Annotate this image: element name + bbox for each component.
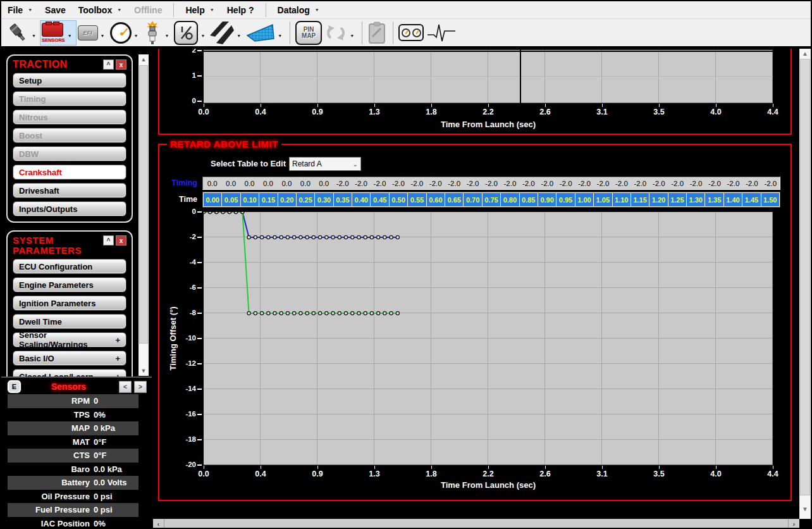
time-cell[interactable]: 1.25 — [668, 193, 686, 206]
dropdown-arrow-icon[interactable]: ▼ — [200, 34, 205, 38]
timing-cell[interactable]: -2.0 — [631, 177, 649, 189]
time-cell[interactable]: 0.00 — [204, 193, 221, 206]
time-cell[interactable]: 0.85 — [520, 193, 538, 206]
timing-cell[interactable]: -2.0 — [519, 177, 538, 189]
dropdown-arrow-icon[interactable]: ▼ — [32, 34, 36, 38]
sidebar-item-ignition-parameters[interactable]: Ignition Parameters — [13, 296, 126, 311]
time-cell[interactable]: 1.35 — [705, 193, 723, 206]
scroll-down-icon[interactable]: ▼ — [799, 506, 811, 513]
timing-values-row[interactable]: 0.00.00.00.00.00.00.0-2.0-2.0-2.0-2.0-2.… — [202, 177, 780, 190]
timing-cell[interactable]: 0.0 — [315, 177, 333, 189]
data-point[interactable] — [273, 311, 276, 314]
timing-cell[interactable]: -2.0 — [594, 177, 612, 189]
dropdown-arrow-icon[interactable]: ▼ — [68, 34, 72, 38]
horizontal-scrollbar[interactable]: ‹ › — [153, 519, 799, 529]
time-cell[interactable]: 0.40 — [352, 193, 370, 206]
timing-cell[interactable]: -2.0 — [761, 177, 780, 189]
timing-cell[interactable]: 0.0 — [203, 177, 221, 189]
timing-cell[interactable]: -2.0 — [612, 177, 631, 189]
data-point[interactable] — [299, 311, 302, 314]
sensors-next-button[interactable]: > — [134, 381, 147, 393]
data-point[interactable] — [267, 311, 270, 314]
sidebar-item-driveshaft[interactable]: Driveshaft — [13, 183, 126, 198]
scroll-up-icon[interactable]: ▲ — [138, 54, 149, 65]
timing-cell[interactable]: -2.0 — [705, 177, 723, 189]
scroll-left-icon[interactable]: ‹ — [153, 519, 164, 529]
timing-cell[interactable]: -2.0 — [538, 177, 557, 189]
scrollbar-thumb[interactable] — [164, 519, 789, 529]
data-point[interactable] — [396, 311, 399, 314]
menu-item-toolbox[interactable]: Toolbox▼ — [72, 1, 128, 18]
time-cell[interactable]: 1.30 — [687, 193, 704, 206]
timing-cell[interactable]: 0.0 — [259, 177, 277, 189]
data-point[interactable] — [260, 311, 263, 314]
timing-cell[interactable]: -2.0 — [333, 177, 352, 189]
data-point[interactable] — [254, 235, 257, 239]
data-point[interactable] — [235, 212, 238, 214]
dropdown-arrow-icon[interactable]: ▼ — [134, 34, 138, 38]
data-point[interactable] — [273, 235, 276, 239]
time-cell[interactable]: 1.20 — [649, 193, 667, 206]
dropdown-arrow-icon[interactable]: ▼ — [164, 34, 169, 38]
data-point[interactable] — [318, 235, 321, 239]
data-point[interactable] — [338, 311, 341, 314]
sidebar-scrollbar[interactable]: ▲ ▼ — [138, 54, 149, 376]
time-cell[interactable]: 1.45 — [742, 193, 760, 206]
scrollbar-thumb[interactable] — [800, 59, 810, 495]
sensors-toolbar-button[interactable]: SENSORS ▼ — [40, 20, 77, 46]
timing-cell[interactable]: -2.0 — [557, 177, 575, 189]
scroll-up-icon[interactable]: ▲ — [799, 50, 811, 57]
time-cell[interactable]: 1.40 — [724, 193, 742, 206]
sync-toolbar-button[interactable]: ▼ — [323, 20, 358, 46]
time-cell[interactable]: 0.10 — [241, 193, 259, 206]
scroll-right-icon[interactable]: › — [789, 519, 799, 529]
menu-item-help[interactable]: Help▼ — [179, 1, 220, 18]
traction-close-button[interactable]: x — [116, 59, 126, 70]
timing-cell[interactable]: -2.0 — [687, 177, 705, 189]
timing-cell[interactable]: -2.0 — [445, 177, 463, 189]
data-point[interactable] — [344, 311, 347, 314]
sidebar-item-dwell-time[interactable]: Dwell Time — [13, 314, 126, 329]
time-cell[interactable]: 0.30 — [315, 193, 333, 206]
sidebar-item-setup[interactable]: Setup — [13, 73, 126, 88]
time-cell[interactable]: 0.50 — [390, 193, 407, 206]
timing-cell[interactable]: -2.0 — [389, 177, 407, 189]
menu-item-datalog[interactable]: Datalog▼ — [271, 1, 326, 18]
timing-cell[interactable]: -2.0 — [724, 177, 742, 189]
data-point[interactable] — [364, 311, 367, 314]
traction-collapse-button[interactable]: ^ — [103, 59, 114, 70]
data-point[interactable] — [286, 235, 289, 239]
data-point[interactable] — [338, 235, 341, 239]
injector-toolbar-button[interactable]: ▼ — [5, 20, 40, 46]
data-point[interactable] — [228, 212, 231, 214]
system-parameters-close-button[interactable]: x — [116, 235, 126, 246]
timing-cell[interactable]: -2.0 — [649, 177, 668, 189]
time-cell[interactable]: 0.65 — [445, 193, 463, 206]
time-cell[interactable]: 1.05 — [594, 193, 612, 206]
data-point[interactable] — [299, 235, 302, 239]
data-point[interactable] — [331, 235, 335, 239]
sensors-prev-button[interactable]: < — [119, 381, 132, 393]
dropdown-arrow-icon[interactable]: ▼ — [350, 34, 354, 38]
data-point[interactable] — [318, 311, 321, 314]
data-point[interactable] — [331, 311, 335, 314]
data-point[interactable] — [370, 311, 373, 314]
time-cell[interactable]: 0.80 — [501, 193, 519, 206]
timing-cell[interactable]: 0.0 — [221, 177, 240, 189]
menu-item-file[interactable]: File▼ — [1, 1, 39, 18]
data-point[interactable] — [305, 235, 309, 239]
time-cell[interactable]: 0.45 — [371, 193, 388, 206]
table-select-dropdown[interactable]: Retard A ⌄ — [289, 157, 361, 171]
data-point[interactable] — [357, 311, 360, 314]
data-point[interactable] — [293, 311, 296, 314]
data-point[interactable] — [377, 235, 380, 239]
sidebar-item-sensor-scaling-warnings[interactable]: Sensor Scaling/Warnings+ — [13, 332, 126, 347]
time-values-row[interactable]: 0.000.050.100.150.200.250.300.350.400.45… — [203, 192, 780, 207]
timing-cell[interactable]: 0.0 — [240, 177, 259, 189]
data-point[interactable] — [293, 235, 296, 239]
timing-cell[interactable]: -2.0 — [501, 177, 519, 189]
data-point[interactable] — [204, 212, 206, 214]
data-point[interactable] — [260, 235, 263, 239]
retard-chart-plot-area[interactable] — [204, 212, 773, 465]
data-point[interactable] — [247, 235, 250, 239]
